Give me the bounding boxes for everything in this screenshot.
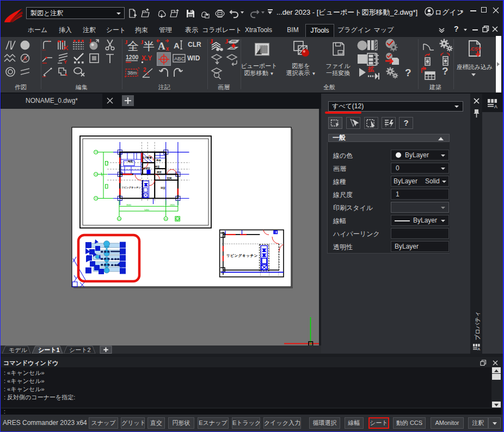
svg-text:A: A [23, 55, 27, 61]
svg-text:38m: 38m [127, 70, 137, 76]
svg-text:3640: 3640 [126, 203, 132, 206]
svg-text:全: 全 [127, 40, 139, 52]
svg-text:2: 2 [143, 67, 146, 73]
svg-text:X3: X3 [176, 218, 180, 220]
svg-text:ABC: ABC [174, 55, 185, 61]
svg-text:X.Y: X.Y [142, 54, 152, 62]
svg-text:シート2: シート2 [69, 347, 91, 353]
svg-text:5460: 5460 [144, 208, 150, 211]
svg-text:J: J [89, 38, 91, 44]
svg-text:浴室: 浴室 [155, 165, 160, 168]
svg-text:J: J [125, 39, 128, 45]
svg-text:半: 半 [143, 40, 155, 52]
svg-text:Y2: Y2 [95, 173, 98, 176]
svg-text:和室: 和室 [127, 160, 133, 163]
svg-text:A: A [494, 104, 497, 109]
svg-text:Y1: Y1 [95, 197, 98, 200]
svg-text:便所: 便所 [156, 171, 162, 174]
svg-text:A: A [478, 347, 481, 351]
svg-text:A: A [158, 40, 165, 52]
svg-text:1820: 1820 [170, 203, 175, 206]
svg-text:リビングキッチン: リビングキッチン [121, 186, 141, 189]
svg-text:A: A [174, 41, 180, 50]
svg-text:1200: 1200 [126, 54, 139, 60]
svg-text:拡: 拡 [367, 66, 374, 72]
svg-text:シート1: シート1 [38, 347, 60, 353]
svg-text:J: J [225, 38, 229, 45]
svg-text:Y: Y [64, 59, 67, 64]
svg-text:洋室: 洋室 [160, 187, 165, 189]
svg-text:J: J [140, 39, 144, 45]
svg-text:X1: X1 [118, 218, 121, 220]
svg-text:リビングキッチン: リビングキッチン [226, 254, 258, 258]
svg-text:モデル: モデル [9, 347, 28, 353]
svg-text:.CSV: .CSV [470, 46, 481, 52]
svg-text:洗面: 洗面 [156, 159, 161, 162]
svg-text:玄関: 玄関 [167, 177, 172, 180]
svg-text:Y3: Y3 [95, 151, 98, 153]
svg-text:X2: X2 [164, 218, 168, 220]
